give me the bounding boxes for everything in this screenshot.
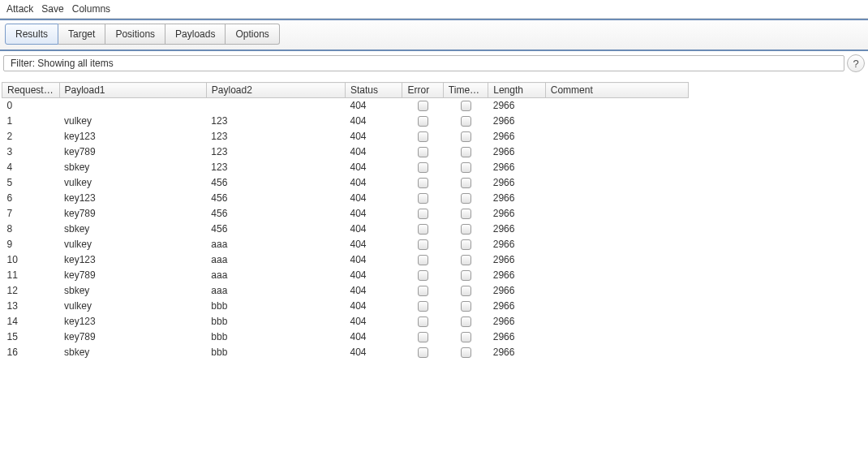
table-row[interactable]: 13vulkeybbb4042966 bbox=[2, 299, 689, 314]
cell-comment[interactable] bbox=[545, 299, 688, 314]
cell-payload2: bbb bbox=[206, 345, 345, 360]
col-status[interactable]: Status bbox=[345, 83, 402, 98]
cell-timeout bbox=[443, 283, 488, 299]
table-row[interactable]: 16sbkeybbb4042966 bbox=[2, 345, 689, 360]
cell-comment[interactable] bbox=[545, 252, 688, 268]
table-row[interactable]: 11key789aaa4042966 bbox=[2, 268, 689, 283]
cell-comment[interactable] bbox=[545, 160, 688, 175]
timeout-checkbox[interactable] bbox=[461, 101, 471, 111]
cell-comment[interactable] bbox=[545, 98, 688, 114]
col-timeout[interactable]: Timeout bbox=[443, 83, 488, 98]
col-payload1[interactable]: Payload1 bbox=[59, 83, 206, 98]
table-row[interactable]: 14key123bbb4042966 bbox=[2, 314, 689, 329]
cell-comment[interactable] bbox=[545, 114, 688, 129]
tab-options[interactable]: Options bbox=[226, 24, 279, 45]
cell-timeout bbox=[443, 237, 488, 252]
timeout-checkbox[interactable] bbox=[461, 301, 471, 312]
table-row[interactable]: 6key1234564042966 bbox=[2, 191, 689, 206]
error-checkbox[interactable] bbox=[418, 224, 428, 235]
table-row[interactable]: 1vulkey1234042966 bbox=[2, 114, 689, 129]
cell-comment[interactable] bbox=[545, 345, 688, 360]
cell-comment[interactable] bbox=[545, 144, 688, 160]
cell-request: 2 bbox=[2, 129, 60, 144]
menu-attack[interactable]: Attack bbox=[6, 3, 33, 15]
table-row[interactable]: 3key7891234042966 bbox=[2, 144, 689, 160]
error-checkbox[interactable] bbox=[418, 332, 428, 342]
error-checkbox[interactable] bbox=[418, 270, 428, 281]
error-checkbox[interactable] bbox=[418, 147, 428, 157]
error-checkbox[interactable] bbox=[418, 101, 428, 111]
cell-payload1: sbkey bbox=[59, 160, 206, 175]
cell-request: 9 bbox=[2, 237, 60, 252]
cell-payload2: 456 bbox=[206, 222, 345, 237]
table-row[interactable]: 5vulkey4564042966 bbox=[2, 175, 689, 191]
timeout-checkbox[interactable] bbox=[461, 270, 471, 281]
col-request[interactable]: Request ▲ bbox=[2, 83, 60, 98]
timeout-checkbox[interactable] bbox=[461, 347, 471, 358]
error-checkbox[interactable] bbox=[418, 239, 428, 250]
timeout-checkbox[interactable] bbox=[461, 131, 471, 142]
table-row[interactable]: 4sbkey1234042966 bbox=[2, 160, 689, 175]
tab-results[interactable]: Results bbox=[5, 24, 58, 45]
error-checkbox[interactable] bbox=[418, 209, 428, 219]
timeout-checkbox[interactable] bbox=[461, 209, 471, 219]
cell-payload1: key123 bbox=[59, 252, 206, 268]
cell-length: 2966 bbox=[488, 206, 546, 222]
table-row[interactable]: 7key7894564042966 bbox=[2, 206, 689, 222]
timeout-checkbox[interactable] bbox=[461, 255, 471, 265]
col-payload2[interactable]: Payload2 bbox=[206, 83, 345, 98]
timeout-checkbox[interactable] bbox=[461, 332, 471, 342]
timeout-checkbox[interactable] bbox=[461, 316, 471, 327]
col-error[interactable]: Error bbox=[402, 83, 443, 98]
tab-target[interactable]: Target bbox=[58, 24, 105, 45]
menu-columns[interactable]: Columns bbox=[72, 3, 110, 15]
error-checkbox[interactable] bbox=[418, 316, 428, 327]
table-row[interactable]: 04042966 bbox=[2, 98, 689, 114]
cell-error bbox=[402, 129, 443, 144]
cell-comment[interactable] bbox=[545, 222, 688, 237]
cell-comment[interactable] bbox=[545, 206, 688, 222]
cell-comment[interactable] bbox=[545, 191, 688, 206]
table-row[interactable]: 9vulkeyaaa4042966 bbox=[2, 237, 689, 252]
cell-comment[interactable] bbox=[545, 129, 688, 144]
error-checkbox[interactable] bbox=[418, 162, 428, 173]
table-row[interactable]: 15key789bbb4042966 bbox=[2, 329, 689, 345]
timeout-checkbox[interactable] bbox=[461, 224, 471, 235]
error-checkbox[interactable] bbox=[418, 131, 428, 142]
help-button[interactable]: ? bbox=[847, 54, 865, 72]
cell-comment[interactable] bbox=[545, 329, 688, 345]
cell-comment[interactable] bbox=[545, 268, 688, 283]
table-row[interactable]: 10key123aaa4042966 bbox=[2, 252, 689, 268]
cell-status: 404 bbox=[345, 191, 402, 206]
timeout-checkbox[interactable] bbox=[461, 286, 471, 296]
timeout-checkbox[interactable] bbox=[461, 116, 471, 127]
error-checkbox[interactable] bbox=[418, 193, 428, 204]
tab-payloads[interactable]: Payloads bbox=[165, 24, 226, 45]
cell-comment[interactable] bbox=[545, 314, 688, 329]
cell-comment[interactable] bbox=[545, 175, 688, 191]
cell-comment[interactable] bbox=[545, 237, 688, 252]
col-comment[interactable]: Comment bbox=[545, 83, 688, 98]
cell-status: 404 bbox=[345, 129, 402, 144]
cell-payload1: sbkey bbox=[59, 222, 206, 237]
menu-save[interactable]: Save bbox=[41, 3, 63, 15]
filter-input[interactable]: Filter: Showing all items bbox=[3, 55, 844, 71]
error-checkbox[interactable] bbox=[418, 286, 428, 296]
table-row[interactable]: 12sbkeyaaa4042966 bbox=[2, 283, 689, 299]
timeout-checkbox[interactable] bbox=[461, 147, 471, 157]
error-checkbox[interactable] bbox=[418, 178, 428, 188]
cell-comment[interactable] bbox=[545, 283, 688, 299]
timeout-checkbox[interactable] bbox=[461, 178, 471, 188]
cell-error bbox=[402, 268, 443, 283]
error-checkbox[interactable] bbox=[418, 116, 428, 127]
error-checkbox[interactable] bbox=[418, 347, 428, 358]
table-row[interactable]: 8sbkey4564042966 bbox=[2, 222, 689, 237]
tab-positions[interactable]: Positions bbox=[105, 24, 165, 45]
timeout-checkbox[interactable] bbox=[461, 193, 471, 204]
timeout-checkbox[interactable] bbox=[461, 162, 471, 173]
col-length[interactable]: Length bbox=[488, 83, 546, 98]
table-row[interactable]: 2key1231234042966 bbox=[2, 129, 689, 144]
error-checkbox[interactable] bbox=[418, 255, 428, 265]
timeout-checkbox[interactable] bbox=[461, 239, 471, 250]
error-checkbox[interactable] bbox=[418, 301, 428, 312]
